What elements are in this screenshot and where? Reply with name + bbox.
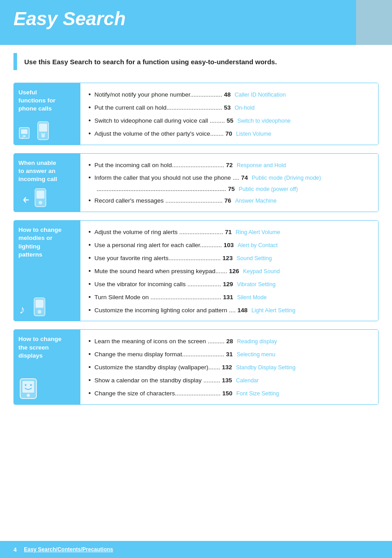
page-title: Easy Search [13, 8, 379, 30]
section-sidebar-screen: How to changethe screendisplays [14, 330, 80, 404]
subtitle-bar: Use this Easy Search to search for a fun… [0, 45, 392, 78]
list-item: • Inform the caller that you should not … [88, 173, 371, 182]
list-item: • Switch to videophone call during voice… [88, 115, 371, 125]
item-link[interactable]: Vibrator Setting [237, 281, 276, 288]
melodies-icon: ♪ [18, 297, 46, 316]
bullet: • [88, 349, 91, 359]
section-content-screen: • Learn the meaning of icons on the scre… [80, 330, 378, 404]
item-link[interactable]: Answer Machine [235, 198, 276, 204]
item-number: 132 [222, 364, 232, 371]
item-link[interactable]: Font Size Setting [236, 390, 279, 397]
list-item: • Change the menu display format........… [88, 349, 371, 359]
svg-point-20 [30, 384, 32, 386]
item-link[interactable]: Switch to videophone [237, 118, 291, 124]
svg-point-6 [41, 134, 45, 137]
item-link[interactable]: Standby Display Setting [236, 364, 295, 371]
section-title-useful: Usefulfunctions forphone calls [18, 89, 56, 113]
item-link[interactable]: Caller ID Notification [234, 92, 286, 98]
bullet: • [88, 89, 91, 99]
item-text: Show a calendar on the standby display .… [94, 376, 371, 385]
item-text: Adjust the volume of the other party's v… [94, 130, 371, 138]
item-link[interactable]: Ring Alert Volume [236, 229, 280, 235]
item-number: 31 [226, 351, 233, 358]
list-item: • Use your favorite ring alerts.........… [88, 253, 371, 263]
bullet: • [88, 362, 91, 372]
svg-text:♪: ♪ [19, 303, 25, 316]
bullet: • [88, 375, 91, 385]
section-melodies: How to changemelodies orlightingpatterns… [13, 220, 379, 321]
item-number: 103 [224, 242, 234, 248]
item-link[interactable]: Silent Mode [237, 294, 267, 301]
header-tab-decoration [356, 0, 392, 45]
item-link[interactable]: Sound Setting [237, 255, 272, 261]
section-title-screen: How to changethe screendisplays [18, 335, 62, 360]
section-screen: How to changethe screendisplays • Learn … [13, 329, 379, 404]
item-number: 148 [238, 307, 248, 314]
svg-rect-2 [23, 135, 26, 137]
svg-rect-10 [36, 190, 44, 199]
footer-nav-text: Easy Search/Contents/Precautions [24, 546, 113, 553]
list-item: • Mute the sound heard when pressing key… [88, 266, 371, 276]
item-link[interactable]: Response and Hold [237, 162, 286, 168]
item-number: 75 [228, 186, 235, 192]
page-footer: 4 Easy Search/Contents/Precautions [0, 541, 392, 558]
item-link[interactable]: Listen Volume [236, 131, 272, 137]
section-title-melodies: How to changemelodies orlightingpatterns [18, 226, 62, 259]
item-number: 131 [223, 294, 233, 301]
item-number: 74 [241, 174, 248, 181]
item-text: Notify/not notify your phone number.....… [94, 91, 371, 99]
item-number: 28 [226, 338, 233, 345]
svg-rect-5 [39, 124, 47, 132]
item-number: 123 [223, 255, 233, 261]
svg-rect-8 [44, 133, 45, 134]
bullet: • [88, 173, 91, 182]
bullet: • [88, 195, 91, 205]
svg-point-18 [27, 394, 30, 397]
item-link[interactable]: Reading display [237, 338, 277, 345]
item-link[interactable]: Selecting menu [237, 351, 275, 358]
item-link[interactable]: Light Alert Setting [251, 307, 295, 314]
item-text: Change the size of characters...........… [94, 390, 371, 398]
item-text: Put the incoming call on hold...........… [94, 161, 371, 170]
bullet: • [88, 115, 91, 125]
item-link[interactable]: Calendar [236, 377, 259, 384]
svg-rect-1 [21, 129, 27, 134]
svg-point-19 [25, 384, 26, 386]
bullet: • [88, 227, 91, 236]
section-useful-functions: Usefulfunctions forphone calls [13, 83, 379, 145]
section-sidebar-incoming: When unableto answer anincoming call [14, 154, 80, 212]
music-note-svg: ♪ [18, 302, 31, 316]
item-number: 71 [225, 229, 232, 235]
bullet: • [88, 240, 91, 249]
item-number: 150 [222, 390, 233, 397]
svg-rect-17 [22, 381, 34, 393]
phone-body-svg [34, 188, 47, 207]
list-item: • Put the incoming call on hold.........… [88, 160, 371, 170]
item-text: Learn the meaning of icons on the screen… [94, 337, 371, 346]
bullet: • [88, 160, 91, 169]
item-text: Inform the caller that you should not us… [94, 174, 371, 182]
item-number: 48 [224, 91, 231, 98]
svg-rect-7 [41, 133, 43, 134]
item-number: 72 [226, 162, 233, 168]
item-link[interactable]: On-hold [234, 105, 254, 111]
screen-svg [18, 377, 38, 400]
item-link[interactable]: Alert by Contact [238, 242, 277, 248]
item-link[interactable]: Public mode (power off) [239, 186, 298, 192]
item-text: Use a personal ring alert for each calle… [94, 241, 371, 250]
incoming-call-icon [18, 188, 47, 207]
section-content-useful: • Notify/not notify your phone number...… [80, 83, 378, 145]
footer-page-number: 4 [13, 546, 17, 553]
list-item-indent: ........................................… [88, 186, 371, 192]
section-title-incoming: When unableto answer anincoming call [18, 159, 57, 184]
item-text: Put the current call on hold............… [94, 104, 371, 112]
item-link[interactable]: Public mode (Driving mode) [252, 175, 321, 181]
bullet: • [88, 305, 91, 314]
item-text: ........................................… [97, 186, 371, 192]
screen-icon [18, 377, 38, 400]
item-link[interactable]: Keypad Sound [243, 268, 280, 275]
item-number: 55 [227, 117, 233, 124]
bullet: • [88, 266, 91, 275]
item-text: Use your favorite ring alerts...........… [94, 254, 371, 263]
list-item: • Customize the standby display (wallpap… [88, 362, 371, 372]
